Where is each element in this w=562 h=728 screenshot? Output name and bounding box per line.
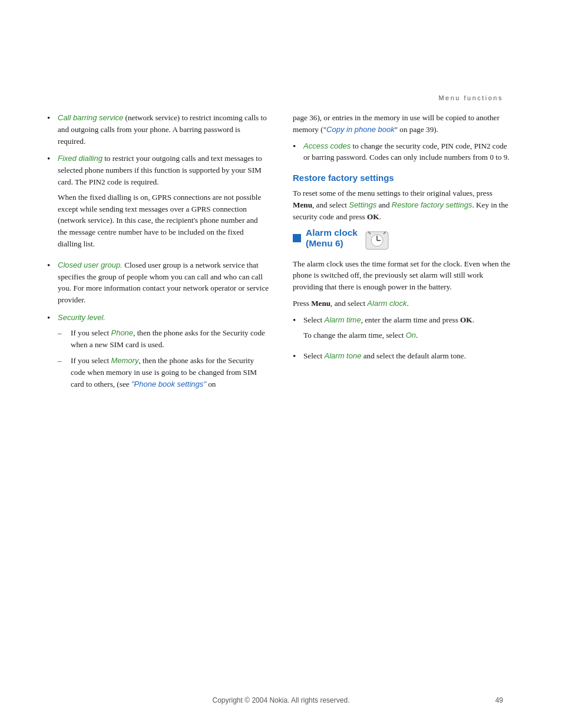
alarm-time-link[interactable]: Alarm time: [325, 315, 361, 324]
header-text: Menu functions: [438, 94, 503, 101]
menu-bold: Menu: [293, 200, 312, 209]
alarm-clock-label: Alarm clock: [306, 228, 358, 238]
sub-bullet-dot: –: [58, 327, 71, 339]
alarm-clock-select-link[interactable]: Alarm clock: [367, 299, 406, 308]
restore-factory-heading: Restore factory settings: [293, 173, 515, 183]
bullet-dot: •: [47, 112, 58, 124]
bullet-content: Security level. – If you select Phone, t…: [58, 312, 269, 395]
on-link[interactable]: On: [406, 331, 416, 340]
menu-bold-alarm: Menu: [311, 299, 330, 308]
bullet-dot: •: [47, 312, 58, 324]
bullet-content: Select Alarm tone and select the default…: [303, 350, 466, 362]
list-item: • Closed user group. Closed user group i…: [47, 259, 269, 306]
footer-page-number: 49: [495, 696, 503, 704]
bullet-dot: •: [293, 350, 303, 363]
sub-bullet-content: If you select Phone, then the phone asks…: [71, 327, 269, 351]
settings-link[interactable]: Settings: [349, 200, 376, 209]
alarm-clock-menu: (Menu 6): [306, 238, 343, 248]
bullet-content: Access codes to change the security code…: [303, 140, 515, 164]
bullet-dot: •: [293, 140, 303, 153]
footer-copyright: Copyright © 2004 Nokia. All rights reser…: [213, 696, 350, 704]
list-item: • Select Alarm time, enter the alarm tim…: [293, 314, 515, 345]
restore-factory-para: To reset some of the menu settings to th…: [293, 187, 515, 222]
bullet-content: Fixed dialling to restrict your outgoing…: [58, 153, 269, 253]
fixed-dialling-link[interactable]: Fixed dialling: [58, 154, 103, 163]
security-level-sub-list: – If you select Phone, then the phone as…: [58, 327, 269, 390]
alarm-clock-heading: Alarm clock (Menu 6): [293, 228, 358, 249]
restore-link[interactable]: Restore factory settings: [392, 200, 472, 209]
content-area: • Call barring service (network service)…: [0, 112, 562, 401]
copy-in-link[interactable]: Copy in phone book: [326, 125, 395, 134]
ok-bold: OK: [367, 212, 379, 221]
page: Menu functions • Call barring service (n…: [0, 0, 562, 728]
page-header: Menu functions: [0, 94, 562, 101]
bullet-content: Select Alarm time, enter the alarm time …: [303, 314, 474, 345]
footer: Copyright © 2004 Nokia. All rights reser…: [0, 696, 562, 704]
ok-bold-alarm: OK: [460, 315, 472, 324]
phone-link[interactable]: Phone: [111, 328, 133, 337]
alarm-clock-para: The alarm clock uses the time format set…: [293, 258, 515, 293]
alarm-clock-icon: [365, 230, 389, 251]
bullet-dot: •: [47, 259, 58, 272]
alarm-tone-link[interactable]: Alarm tone: [325, 351, 362, 360]
list-item: • Call barring service (network service)…: [47, 112, 269, 147]
closed-user-group-link[interactable]: Closed user group.: [58, 261, 123, 269]
alarm-clock-menu-press: Press Menu, and select Alarm clock.: [293, 298, 515, 309]
list-item: • Access codes to change the security co…: [293, 140, 515, 164]
sub-bullet-content: If you select Memory, then the phone ask…: [71, 355, 269, 390]
list-item: • Select Alarm tone and select the defau…: [293, 350, 515, 363]
continued-text: page 36), or entries in the memory in us…: [293, 112, 515, 136]
bullet-dot: •: [47, 153, 58, 165]
list-item: • Security level. – If you select Phone,…: [47, 312, 269, 395]
alarm-bullets: • Select Alarm time, enter the alarm tim…: [293, 314, 515, 363]
bullet-dot: •: [293, 314, 303, 327]
alarm-time-sub: To change the alarm time, select On.: [303, 330, 474, 341]
page-number: 49: [495, 696, 503, 704]
bullet-content: Closed user group. Closed user group is …: [58, 259, 269, 306]
fixed-dialling-para: When the fixed dialling is on, GPRS conn…: [58, 192, 269, 250]
alarm-clock-header: Alarm clock (Menu 6): [293, 228, 515, 253]
header-spacer: [0, 0, 562, 94]
right-column: page 36), or entries in the memory in us…: [293, 112, 515, 401]
right-bullet-list: • Access codes to change the security co…: [293, 140, 515, 164]
security-level-link[interactable]: Security level.: [58, 313, 105, 322]
list-item: – If you select Memory, then the phone a…: [58, 355, 269, 390]
access-codes-link[interactable]: Access codes: [303, 141, 351, 150]
memory-link[interactable]: Memory: [111, 356, 138, 365]
blue-square-icon: [293, 234, 301, 242]
bullet-content: Call barring service (network service) t…: [58, 112, 269, 147]
phone-book-settings-link[interactable]: "Phone book settings": [131, 380, 206, 388]
sub-bullet-dot: –: [58, 355, 71, 367]
list-item: – If you select Phone, then the phone as…: [58, 327, 269, 351]
alarm-clock-title: Alarm clock (Menu 6): [306, 228, 358, 249]
left-bullet-list: • Call barring service (network service)…: [47, 112, 269, 395]
left-column: • Call barring service (network service)…: [47, 112, 269, 401]
call-barring-link[interactable]: Call barring service: [58, 113, 123, 122]
list-item: • Fixed dialling to restrict your outgoi…: [47, 153, 269, 253]
